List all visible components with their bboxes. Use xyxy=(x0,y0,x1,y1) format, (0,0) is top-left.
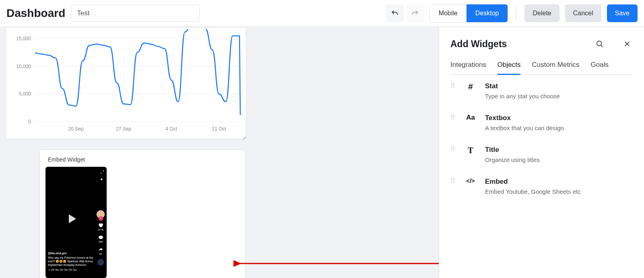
widget-item-desc: Organize using titles xyxy=(485,156,540,163)
panel-tabs: Integrations Objects Custom Metrics Goal… xyxy=(450,57,633,75)
like-button[interactable]: 13.4k xyxy=(98,222,104,231)
embed-widget[interactable]: Embed Widget 13.4k 298 xyxy=(39,149,246,278)
widget-item-title: Title xyxy=(485,146,540,154)
comment-count: 298 xyxy=(98,241,103,243)
widget-item-desc: Type in any stat you choose xyxy=(485,93,560,100)
dashboard-name-input[interactable] xyxy=(71,5,200,22)
svg-text:0: 0 xyxy=(28,119,31,124)
hash-icon: # xyxy=(465,82,476,91)
svg-text:11 Oct: 11 Oct xyxy=(212,126,227,132)
comment-icon xyxy=(98,235,103,240)
expand-icon[interactable] xyxy=(100,170,104,174)
widget-item-desc: A textbox that you can design xyxy=(485,124,564,131)
add-widgets-panel: Add Widgets Integrations Objects Custom … xyxy=(439,27,644,278)
widget-item-title: Textbox xyxy=(485,114,564,122)
text-t-icon: T xyxy=(465,145,476,156)
cancel-button[interactable]: Cancel xyxy=(565,4,601,22)
svg-text:20 Sep: 20 Sep xyxy=(68,126,84,132)
line-chart: 05,00010,00015,00020 Sep27 Sep4 Oct11 Oc… xyxy=(9,29,244,134)
widget-item-title[interactable]: ⠿ T Title Organize using titles xyxy=(450,146,633,163)
redo-button[interactable] xyxy=(406,4,424,22)
drag-handle-icon[interactable]: ⠿ xyxy=(450,179,456,183)
search-button[interactable] xyxy=(594,38,605,50)
view-toggle: Mobile Desktop xyxy=(429,4,508,23)
tiktok-username: @the.nick.pro xyxy=(48,251,95,255)
drag-handle-icon[interactable]: ⠿ xyxy=(450,116,456,120)
page-title: Dashboard xyxy=(6,7,65,20)
svg-point-12 xyxy=(99,236,103,239)
like-count: 13.4k xyxy=(98,228,104,231)
delete-button[interactable]: Delete xyxy=(524,4,559,22)
close-button[interactable] xyxy=(621,38,633,50)
svg-text:5,000: 5,000 xyxy=(19,91,31,97)
svg-text:27 Sep: 27 Sep xyxy=(116,126,131,132)
svg-text:15,000: 15,000 xyxy=(16,36,31,41)
code-icon: </> xyxy=(465,177,476,184)
tab-integrations[interactable]: Integrations xyxy=(450,57,486,75)
svg-point-15 xyxy=(597,41,602,46)
tiktok-caption: @the.nick.pro Who say my Pokémon boxers … xyxy=(48,251,95,272)
tiktok-audio: ♫ Oh No Oh No Oh No xyxy=(48,268,95,272)
view-mobile-button[interactable]: Mobile xyxy=(430,4,466,22)
svg-text:10,000: 10,000 xyxy=(16,64,31,69)
widget-item-title: Embed xyxy=(485,178,581,186)
heart-icon xyxy=(98,222,103,228)
undo-button[interactable] xyxy=(386,4,404,22)
widget-item-textbox[interactable]: ⠿ Aa Textbox A textbox that you can desi… xyxy=(450,114,633,131)
widget-item-desc: Embed Youtube, Google Sheets etc xyxy=(485,188,581,195)
widget-item-stat[interactable]: ⠿ # Stat Type in any stat you choose xyxy=(450,82,633,100)
widget-item-title: Stat xyxy=(485,82,560,90)
drag-handle-icon[interactable]: ⠿ xyxy=(450,147,456,151)
svg-line-16 xyxy=(601,45,603,47)
share-button[interactable]: 60 xyxy=(98,247,103,255)
tab-goals[interactable]: Goals xyxy=(591,57,609,75)
share-icon xyxy=(98,247,103,252)
dashboard-canvas[interactable]: 05,00010,00015,00020 Sep27 Sep4 Oct11 Oc… xyxy=(0,27,439,278)
tab-objects[interactable]: Objects xyxy=(497,57,521,75)
resize-handle-icon[interactable] xyxy=(242,135,246,139)
redo-icon xyxy=(411,9,419,17)
share-count: 60 xyxy=(98,253,103,255)
divider xyxy=(516,6,516,21)
embed-widget-title: Embed Widget xyxy=(48,156,239,163)
widget-item-embed[interactable]: ⠿ </> Embed Embed Youtube, Google Sheets… xyxy=(450,178,633,195)
avatar[interactable] xyxy=(97,210,105,218)
drag-handle-icon[interactable]: ⠿ xyxy=(450,84,456,88)
svg-text:4 Oct: 4 Oct xyxy=(165,126,177,132)
save-button[interactable]: Save xyxy=(607,4,638,22)
widget-list: ⠿ # Stat Type in any stat you choose ⠿ A… xyxy=(450,82,633,195)
play-icon[interactable] xyxy=(69,214,76,223)
tab-custom-metrics[interactable]: Custom Metrics xyxy=(532,57,579,75)
chart-widget[interactable]: 05,00010,00015,00020 Sep27 Sep4 Oct11 Oc… xyxy=(6,27,246,139)
search-icon xyxy=(596,40,604,48)
close-icon xyxy=(624,41,630,47)
annotation-arrow xyxy=(233,257,439,270)
top-bar: Dashboard Mobile Desktop Delete Cancel S… xyxy=(0,0,644,27)
panel-title: Add Widgets xyxy=(450,39,594,50)
undo-icon xyxy=(391,9,399,17)
history-controls xyxy=(386,4,424,22)
sound-disc-icon[interactable] xyxy=(97,259,104,266)
tiktok-sidebar: 13.4k 298 60 xyxy=(97,210,105,266)
comment-button[interactable]: 298 xyxy=(98,235,103,243)
mute-icon[interactable] xyxy=(100,177,104,182)
tiktok-embed[interactable]: 13.4k 298 60 @the.nick.pro Who say my Po… xyxy=(45,167,107,278)
text-aa-icon: Aa xyxy=(465,114,476,122)
view-desktop-button[interactable]: Desktop xyxy=(466,4,508,22)
tiktok-caption-text: Who say my Pokémon boxers at the end?! 😂… xyxy=(48,256,95,267)
